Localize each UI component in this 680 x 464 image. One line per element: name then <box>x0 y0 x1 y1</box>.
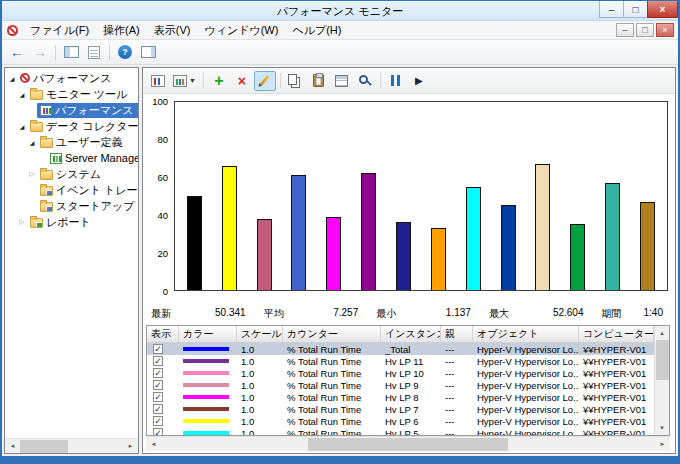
freeze-display-button[interactable] <box>385 71 407 91</box>
legend-column-header[interactable]: インスタンス <box>381 326 441 342</box>
legend-instance-cell: Hv LP 8 <box>381 391 441 403</box>
graph-type-icon <box>173 75 187 87</box>
export-list-button[interactable] <box>83 42 105 63</box>
menu-help[interactable]: ヘルプ(H) <box>285 22 348 38</box>
mdi-restore-button[interactable]: □ <box>636 23 654 37</box>
legend-column-header[interactable]: カウンター <box>283 326 381 342</box>
chart-bar[interactable] <box>326 217 341 290</box>
help-button[interactable] <box>114 42 136 63</box>
chart-bar[interactable] <box>396 222 411 290</box>
chart-bar[interactable] <box>222 166 237 290</box>
scroll-right-icon[interactable] <box>655 437 670 452</box>
chart-bar[interactable] <box>187 196 202 290</box>
scrollbar-thumb[interactable] <box>308 438 508 451</box>
scroll-left-icon[interactable] <box>146 437 161 452</box>
chart-bar[interactable] <box>535 164 550 290</box>
checkbox-icon[interactable]: ✓ <box>153 380 163 390</box>
show-hide-console-tree-button[interactable] <box>60 42 82 63</box>
chart-bar[interactable] <box>361 173 376 290</box>
legend-row[interactable]: ✓1.0% Total Run Time_Total---Hyper-V Hyp… <box>147 343 654 355</box>
chart-bar[interactable] <box>466 187 481 290</box>
tree-item[interactable]: パフォーマンス モニター <box>5 102 138 118</box>
paste-counter-list-button[interactable] <box>308 71 330 91</box>
chart-bar[interactable] <box>640 202 655 290</box>
view-current-activity-button[interactable] <box>147 71 169 91</box>
tree-expander-icon[interactable]: ▷ <box>27 170 37 178</box>
scroll-right-icon[interactable] <box>123 439 138 454</box>
tree-item[interactable]: ◢ユーザー定義 <box>5 134 138 150</box>
checkbox-icon[interactable]: ✓ <box>153 404 163 414</box>
chart-bar[interactable] <box>501 205 516 290</box>
menu-action[interactable]: 操作(A) <box>96 22 147 38</box>
legend-column-header[interactable]: オブジェクト <box>473 326 579 342</box>
copy-properties-button[interactable] <box>285 71 307 91</box>
scrollbar-thumb[interactable] <box>656 340 669 380</box>
legend-row[interactable]: ✓1.0% Total Run TimeHv LP 10---Hyper-V H… <box>147 367 654 379</box>
checkbox-icon[interactable]: ✓ <box>153 428 163 435</box>
tree-item[interactable]: イベント トレース セッション <box>5 182 138 198</box>
tree-item[interactable]: スタートアップ イベント トレ <box>5 198 138 214</box>
legend-row[interactable]: ✓1.0% Total Run TimeHv LP 6---Hyper-V Hy… <box>147 415 654 427</box>
mdi-minimize-button[interactable]: – <box>616 23 634 37</box>
tree-expander-icon[interactable]: ▷ <box>17 218 27 226</box>
tree-expander-icon[interactable]: ◢ <box>7 75 17 82</box>
legend-row[interactable]: ✓1.0% Total Run TimeHv LP 9---Hyper-V Hy… <box>147 379 654 391</box>
tree-expander-icon[interactable]: ◢ <box>17 91 27 98</box>
zoom-button[interactable] <box>354 71 376 91</box>
checkbox-icon[interactable]: ✓ <box>153 392 163 402</box>
highlight-button[interactable] <box>254 71 276 91</box>
scroll-down-icon[interactable] <box>655 421 670 435</box>
checkbox-icon[interactable]: ✓ <box>153 416 163 426</box>
legend-vertical-scrollbar[interactable] <box>654 326 669 435</box>
legend-horizontal-scrollbar[interactable] <box>146 436 670 451</box>
change-graph-type-button[interactable]: ▼ <box>170 71 199 91</box>
legend-row[interactable]: ✓1.0% Total Run TimeHv LP 8---Hyper-V Hy… <box>147 391 654 403</box>
legend-column-header[interactable]: 表示 <box>147 326 179 342</box>
legend-column-header[interactable]: 親 <box>441 326 473 342</box>
add-counter-button[interactable] <box>208 71 230 91</box>
title-bar[interactable]: パフォーマンス モニター – □ × <box>2 1 678 21</box>
tree-horizontal-scrollbar[interactable] <box>5 438 138 453</box>
tree-expander-icon[interactable]: ◢ <box>17 123 27 130</box>
delete-counter-button[interactable] <box>231 71 253 91</box>
close-button[interactable]: × <box>647 1 678 18</box>
tree-item[interactable]: ◢パフォーマンス <box>5 70 138 86</box>
update-data-button[interactable] <box>408 71 430 91</box>
menu-window[interactable]: ウィンドウ(W) <box>197 22 285 38</box>
chart-bar[interactable] <box>431 228 446 290</box>
legend-column-header[interactable]: カラー <box>179 326 237 342</box>
scroll-left-icon[interactable] <box>5 439 20 454</box>
legend-row[interactable]: ✓1.0% Total Run TimeHv LP 7---Hyper-V Hy… <box>147 403 654 415</box>
legend-row[interactable]: ✓1.0% Total Run TimeHv LP 5---Hyper-V Hy… <box>147 427 654 435</box>
tree-item[interactable]: ▷システム <box>5 166 138 182</box>
legend-column-header[interactable]: スケール <box>237 326 283 342</box>
checkbox-icon[interactable]: ✓ <box>153 344 163 354</box>
tree-expander-icon[interactable]: ◢ <box>27 139 37 146</box>
chart-bar[interactable] <box>257 219 272 290</box>
legend-computer-cell: ¥¥HYPER-V01 <box>579 367 654 379</box>
tree-item-content: レポート <box>27 215 94 230</box>
mdi-close-button[interactable]: × <box>656 23 674 37</box>
tree-item[interactable]: ▷レポート <box>5 214 138 230</box>
tree-item[interactable]: ◢モニター ツール <box>5 86 138 102</box>
menu-view[interactable]: 表示(V) <box>147 22 198 38</box>
show-action-pane-button[interactable] <box>137 42 159 63</box>
menu-file[interactable]: ファイル(F) <box>23 22 96 38</box>
tree-item[interactable]: ◢データ コレクター セット <box>5 118 138 134</box>
legend-row[interactable]: ✓1.0% Total Run TimeHv LP 11---Hyper-V H… <box>147 355 654 367</box>
tree-item-label: ユーザー定義 <box>56 135 123 150</box>
checkbox-icon[interactable]: ✓ <box>153 356 163 366</box>
back-button[interactable] <box>6 42 28 63</box>
properties-button[interactable] <box>331 71 353 91</box>
forward-button[interactable] <box>29 42 51 63</box>
maximize-button[interactable]: □ <box>623 1 648 18</box>
chart-bar[interactable] <box>605 183 620 290</box>
checkbox-icon[interactable]: ✓ <box>153 368 163 378</box>
minimize-button[interactable]: – <box>599 1 624 18</box>
scroll-up-icon[interactable] <box>655 326 670 340</box>
legend-column-header[interactable]: コンピューター <box>579 326 654 342</box>
chart-bar[interactable] <box>570 224 585 290</box>
chart-bar[interactable] <box>291 175 306 290</box>
scrollbar-thumb[interactable] <box>20 440 68 453</box>
tree-item[interactable]: Server Manager P <box>5 150 138 166</box>
